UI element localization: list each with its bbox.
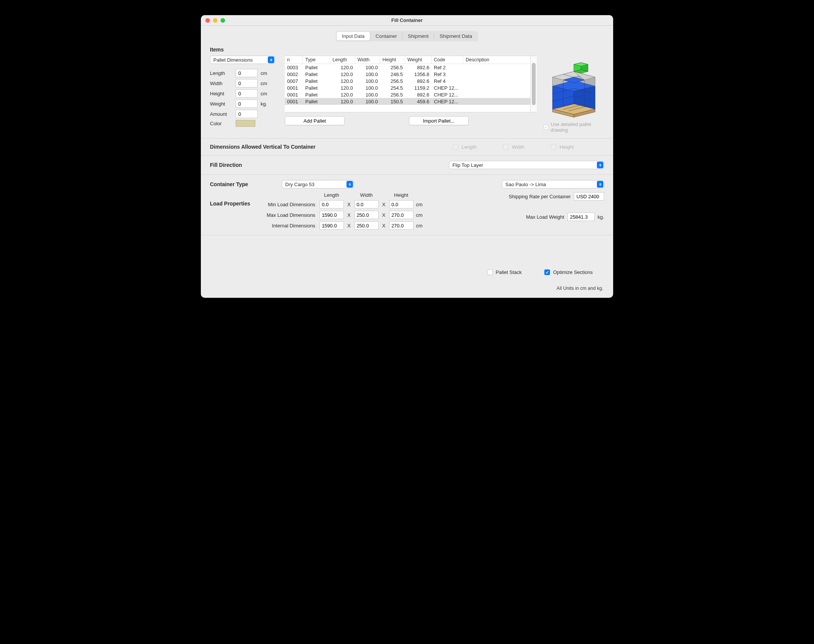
internal-dims-label: Internal Dimensions [267, 223, 317, 229]
amount-label: Amount [210, 111, 233, 117]
length-unit: cm [261, 70, 270, 76]
width-unit: cm [261, 81, 270, 86]
fill-direction-select[interactable]: Flip Top Layer [449, 161, 604, 169]
checkbox-icon [503, 144, 509, 150]
internal-length-input[interactable] [320, 221, 344, 230]
table-header: n Type Length Width Height Weight Code D… [285, 56, 530, 64]
checkbox-icon [544, 124, 548, 130]
table-scrollbar[interactable] [531, 56, 537, 112]
checkbox-icon [551, 144, 556, 150]
length-label: Length [210, 70, 233, 76]
load-dimensions-grid: Length Width Height Min Load Dimensions … [267, 192, 427, 230]
col-height-label: Height [389, 192, 413, 198]
table-row[interactable]: 0002Pallet120.0100.0248.51356.8Ref 3 [285, 71, 530, 78]
vertical-length-checkbox[interactable]: Length [453, 144, 477, 150]
max-weight-input[interactable] [567, 213, 595, 221]
vertical-width-checkbox[interactable]: Width [503, 144, 524, 150]
min-height-input[interactable] [389, 200, 413, 208]
checkbox-icon [453, 144, 458, 150]
tabs: Input Data Container Shipment Shipment D… [210, 31, 604, 41]
col-code[interactable]: Code [432, 56, 463, 64]
load-properties-heading: Load Properties [210, 192, 267, 230]
close-window-button[interactable] [205, 18, 210, 23]
col-weight[interactable]: Weight [405, 56, 432, 64]
table-row[interactable]: 0003Pallet120.0100.0256.5892.6Ref 2 [285, 64, 530, 71]
fill-direction-heading: Fill Direction [210, 162, 242, 168]
scrollbar-thumb[interactable] [532, 63, 536, 105]
pallet-dimensions-select[interactable]: Pallet Dimensions [210, 56, 275, 64]
add-pallet-button[interactable]: Add Pallet [285, 116, 345, 125]
col-length[interactable]: Length [330, 56, 355, 64]
shipping-rate-label: Shipping Rate per Container [509, 194, 571, 199]
width-input[interactable] [236, 79, 258, 87]
route-value: Sao Paulo -> Lima [505, 182, 546, 187]
table-row[interactable]: 0001Pallet120.0100.0256.5892.6CHEP 12... [285, 91, 530, 98]
select-arrow-icon [268, 56, 274, 63]
weight-unit: kg. [261, 101, 270, 107]
pallet-stack-label: Pallet Stack [496, 269, 522, 275]
height-label: Height [210, 91, 233, 96]
tab-container[interactable]: Container [370, 32, 402, 40]
max-weight-unit: kg. [598, 214, 604, 220]
internal-unit: cm [416, 223, 427, 229]
internal-width-input[interactable] [354, 221, 379, 230]
shipping-rate-input[interactable] [574, 192, 604, 201]
max-unit: cm [416, 212, 427, 218]
select-arrow-icon [597, 181, 603, 188]
table-row[interactable]: 0001Pallet120.0100.0150.5459.6CHEP 12... [285, 98, 530, 105]
optimize-sections-checkbox[interactable]: Optimize Sections [544, 269, 593, 275]
col-width-label: Width [354, 192, 379, 198]
col-type[interactable]: Type [303, 56, 330, 64]
col-n[interactable]: n [285, 56, 303, 64]
height-input[interactable] [236, 89, 258, 98]
max-width-input[interactable] [354, 211, 379, 219]
route-select[interactable]: Sao Paulo -> Lima [502, 180, 604, 188]
amount-input[interactable] [236, 110, 258, 118]
select-arrow-icon [346, 181, 353, 188]
optimize-sections-label: Optimize Sections [553, 269, 593, 275]
items-table-block: n Type Length Width Height Weight Code D… [285, 56, 537, 125]
min-load-label: Min Load Dimensions [267, 202, 317, 207]
min-length-input[interactable] [320, 200, 344, 208]
app-window: Fill Container Input Data Container Ship… [201, 15, 613, 298]
color-swatch[interactable] [236, 120, 255, 127]
col-description[interactable]: Description [463, 56, 530, 64]
max-height-input[interactable] [389, 211, 413, 219]
use-detailed-drawing-checkbox[interactable]: Use detailed pallet drawing [544, 121, 604, 133]
table-row[interactable]: 0007Pallet120.0100.0256.5892.6Ref 4 [285, 78, 530, 84]
col-height[interactable]: Height [380, 56, 405, 64]
container-type-heading: Container Type [210, 181, 267, 187]
zoom-window-button[interactable] [221, 18, 225, 23]
items-heading: Items [210, 47, 604, 53]
select-arrow-icon [597, 162, 603, 168]
content: Input Data Container Shipment Shipment D… [201, 26, 613, 298]
container-type-value: Dry Cargo 53 [285, 182, 314, 187]
window-title: Fill Container [201, 17, 613, 23]
color-label: Color [210, 121, 233, 126]
tab-shipment[interactable]: Shipment [402, 32, 434, 40]
pallet-stack-checkbox[interactable]: Pallet Stack [487, 269, 522, 275]
tab-input-data[interactable]: Input Data [337, 32, 370, 40]
use-detailed-drawing-label: Use detailed pallet drawing [551, 121, 604, 133]
weight-input[interactable] [236, 100, 258, 108]
length-input[interactable] [236, 69, 258, 77]
traffic-lights [201, 18, 225, 23]
vertical-height-checkbox[interactable]: Height [551, 144, 574, 150]
weight-label: Weight [210, 101, 233, 107]
min-width-input[interactable] [354, 200, 379, 208]
tab-shipment-data[interactable]: Shipment Data [434, 32, 477, 40]
fill-direction-value: Flip Top Layer [452, 162, 483, 168]
width-label: Width [210, 81, 233, 86]
table-row[interactable]: 0001Pallet120.0100.0254.51159.2CHEP 12..… [285, 84, 530, 91]
col-length-label: Length [320, 192, 344, 198]
minimize-window-button[interactable] [213, 18, 217, 23]
height-unit: cm [261, 91, 270, 96]
max-length-input[interactable] [320, 211, 344, 219]
items-table[interactable]: n Type Length Width Height Weight Code D… [285, 56, 537, 112]
import-pallet-button[interactable]: Import Pallet... [409, 116, 469, 125]
container-type-select[interactable]: Dry Cargo 53 [282, 180, 354, 188]
item-fields: Pallet Dimensions Length cm Width cm Hei… [210, 56, 278, 129]
col-width[interactable]: Width [355, 56, 380, 64]
internal-height-input[interactable] [389, 221, 413, 230]
checkbox-checked-icon [544, 269, 550, 275]
